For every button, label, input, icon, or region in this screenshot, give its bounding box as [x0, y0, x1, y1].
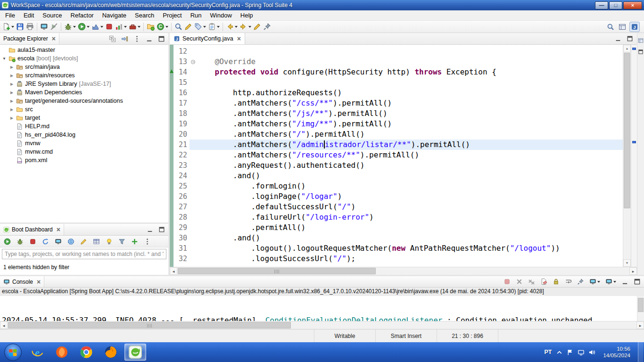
- link-with-editor-button[interactable]: [120, 34, 129, 43]
- minimize-view-button[interactable]: [145, 34, 154, 43]
- add-target-button[interactable]: [130, 237, 139, 246]
- open-perspective-button[interactable]: [618, 22, 627, 32]
- code-line-28[interactable]: 28 .failureUrl("/login-error"): [173, 212, 623, 222]
- annotations-button[interactable]: [193, 22, 207, 32]
- search-button[interactable]: [173, 22, 183, 32]
- fold-collapse-control[interactable]: [190, 57, 197, 67]
- menu-refactor[interactable]: Refactor: [66, 11, 98, 20]
- minimize-view-button[interactable]: [146, 225, 154, 234]
- code-line-20[interactable]: 20 .antMatchers("/").permitAll(): [173, 129, 623, 140]
- coverage-button[interactable]: [114, 22, 128, 32]
- open-console-button[interactable]: [54, 237, 63, 246]
- tree-item-mvnw-cmd[interactable]: mvnw.cmd: [0, 148, 168, 156]
- filter-button[interactable]: [117, 237, 126, 246]
- print-button[interactable]: [25, 22, 35, 32]
- menu-navigate[interactable]: Navigate: [98, 11, 131, 20]
- debug-button[interactable]: [63, 22, 77, 32]
- chrome-icon[interactable]: [75, 344, 97, 361]
- start-button[interactable]: [4, 344, 22, 361]
- pin-console-button[interactable]: [576, 277, 585, 286]
- tree-expand-arrow-icon[interactable]: ▶: [9, 116, 14, 120]
- minimize-button[interactable]: —: [595, 1, 608, 9]
- tree-expand-arrow-icon[interactable]: ▶: [9, 107, 14, 112]
- scroll-down-arrow[interactable]: ▼: [623, 259, 631, 267]
- maximize-button[interactable]: □: [609, 1, 622, 9]
- debug-button[interactable]: [16, 237, 25, 246]
- tree-expand-arrow-icon[interactable]: ▶: [9, 74, 14, 78]
- close-view-icon[interactable]: ×: [37, 279, 41, 285]
- code-line-19[interactable]: 19 .antMatchers("/img/**").permitAll(): [173, 119, 623, 129]
- cursor-line-marker[interactable]: [632, 141, 636, 143]
- display-selected-console-button[interactable]: [588, 277, 601, 286]
- menu-help[interactable]: Help: [236, 11, 257, 20]
- open-task-button[interactable]: [207, 22, 221, 32]
- maximize-view-button[interactable]: [633, 277, 642, 286]
- code-line-24[interactable]: 24 .and(): [173, 171, 623, 181]
- tree-expand-arrow-icon[interactable]: ▶: [9, 99, 14, 103]
- tree-expand-arrow-icon[interactable]: ▶: [9, 65, 14, 69]
- tree-collapse-arrow-icon[interactable]: ▼: [2, 57, 7, 61]
- tree-item-hs-err-pid4084-log[interactable]: hs_err_pid4084.log: [0, 131, 168, 139]
- new-button[interactable]: [1, 22, 15, 32]
- code-line-14[interactable]: 14 protected void configure(HttpSecurity…: [173, 67, 623, 77]
- run-external-tools-button[interactable]: [128, 22, 141, 32]
- horizontal-scroll-thumb[interactable]: [8, 322, 291, 329]
- console-output[interactable]: 2024-05-14 10:55:37.299 INFO 4028 --- [ …: [0, 296, 644, 321]
- quick-access-search-button[interactable]: [606, 22, 615, 32]
- open-console-view-button[interactable]: [39, 22, 49, 32]
- clear-console-button[interactable]: [539, 277, 548, 286]
- console-horizontal-scrollbar[interactable]: ◀ ▶: [0, 321, 644, 329]
- run-button[interactable]: [77, 22, 91, 32]
- code-line-26[interactable]: 26 .loginPage("/logar"): [173, 191, 623, 202]
- menu-run[interactable]: Run: [186, 11, 206, 20]
- remove-launch-button[interactable]: [515, 277, 524, 286]
- console-scroll-thumb[interactable]: [638, 298, 644, 312]
- view-menu-button[interactable]: [132, 34, 141, 43]
- boot-filter-input[interactable]: [2, 249, 166, 259]
- scroll-right-arrow[interactable]: ▶: [636, 321, 644, 329]
- last-edit-location-button[interactable]: [252, 22, 262, 32]
- profile-button[interactable]: [91, 22, 104, 32]
- taskbar-clock[interactable]: 10:56 14/05/2024: [600, 346, 634, 359]
- tree-item-src-main-java[interactable]: ▶src/main/java: [0, 63, 168, 71]
- menu-window[interactable]: Window: [206, 11, 236, 20]
- open-properties-button[interactable]: [92, 237, 101, 246]
- close-view-icon[interactable]: ×: [57, 226, 60, 233]
- remove-all-terminated-button[interactable]: [527, 277, 536, 286]
- language-indicator[interactable]: PT: [544, 349, 552, 355]
- tree-item-src[interactable]: ▶src: [0, 105, 168, 114]
- restore-view-button-2[interactable]: [637, 48, 644, 56]
- vertical-scroll-thumb[interactable]: [624, 53, 630, 208]
- browser-icon[interactable]: [51, 344, 73, 361]
- tree-expand-arrow-icon[interactable]: ▶: [9, 82, 14, 86]
- overview-marker[interactable]: [632, 48, 636, 50]
- menu-source[interactable]: Source: [38, 11, 66, 20]
- scroll-up-arrow[interactable]: ▲: [623, 45, 631, 52]
- boot-dashboard-tab[interactable]: Boot Dashboard ×: [0, 224, 64, 235]
- menu-file[interactable]: File: [1, 11, 19, 20]
- save-button[interactable]: [15, 22, 25, 32]
- display-icon[interactable]: [578, 349, 585, 356]
- code-line-22[interactable]: 22 .antMatchers("/resources/**").permitA…: [173, 150, 623, 160]
- collapse-all-button[interactable]: [108, 34, 117, 43]
- code-line-23[interactable]: 23 .anyRequest().authenticated(): [173, 160, 623, 171]
- scroll-right-arrow[interactable]: ▶: [629, 267, 637, 275]
- show-desktop-button[interactable]: [638, 342, 643, 362]
- console-vertical-scrollbar[interactable]: [637, 296, 644, 321]
- tree-item-aula15-master[interactable]: aula15-master: [0, 46, 168, 54]
- console-tab[interactable]: Console ×: [0, 276, 44, 287]
- code-line-25[interactable]: 25 .formLogin(): [173, 181, 623, 191]
- view-menu-button[interactable]: [143, 237, 152, 246]
- volume-icon[interactable]: [588, 349, 595, 356]
- code-line-31[interactable]: 31 .logout().logoutRequestMatcher(new An…: [173, 243, 623, 254]
- terminate-button[interactable]: [503, 277, 512, 286]
- code-line-12[interactable]: 12: [173, 46, 623, 57]
- open-web-browser-button[interactable]: [66, 237, 75, 246]
- maximize-view-button[interactable]: [157, 34, 166, 43]
- maximize-view-button[interactable]: [157, 225, 166, 234]
- pin-editor-button[interactable]: [262, 22, 272, 32]
- restore-view-button[interactable]: [637, 37, 644, 44]
- code-line-29[interactable]: 29 .permitAll(): [173, 222, 623, 233]
- code-line-27[interactable]: 27 .defaultSuccessUrl("/"): [173, 202, 623, 212]
- code-line-13[interactable]: 13 @Override: [173, 57, 623, 67]
